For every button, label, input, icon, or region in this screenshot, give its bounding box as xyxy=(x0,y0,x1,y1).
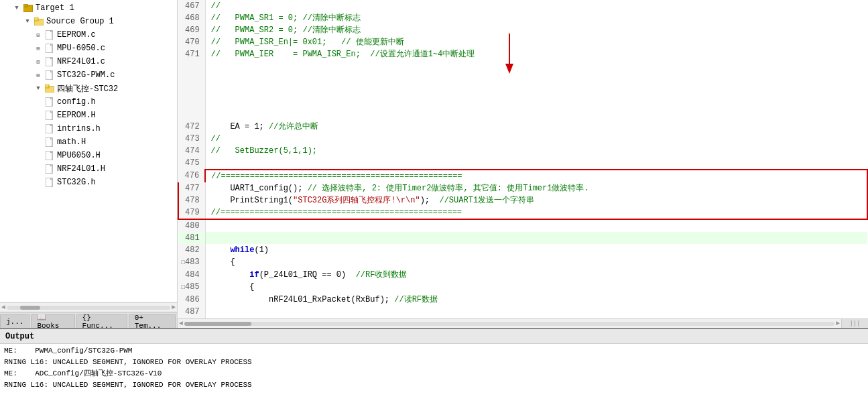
editor-hscroll[interactable]: ◄ ► ||| xyxy=(178,318,868,328)
line-num-482: 482 xyxy=(178,244,205,256)
eeprom-h-label: EEPROM.H xyxy=(57,111,96,120)
scroll-corner: ||| xyxy=(841,319,868,329)
arrow-marker xyxy=(503,34,516,74)
main-area: ▼ Target 1 ▼ Source Group 1 ⊞ xyxy=(0,0,868,328)
doc-icon-nrf24l01-h xyxy=(44,164,55,174)
doc-icon-mpu6050-c xyxy=(44,44,55,53)
line-content-478: PrintString1("STC32G系列四轴飞控程序!\r\n"); //S… xyxy=(205,194,867,206)
doc-icon-stc32g-pwm-c xyxy=(44,70,55,80)
line-num-467: 467 xyxy=(178,0,205,12)
hscroll-track[interactable] xyxy=(7,306,170,310)
sidebar-item-sourcegroup[interactable]: ▼ Source Group 1 xyxy=(0,15,177,28)
line-content-480 xyxy=(205,219,867,232)
sidebar-item-target1[interactable]: ▼ Target 1 xyxy=(0,1,177,15)
config-h-label: config.h xyxy=(57,97,96,107)
table-row: 486 nRF24L01_RxPacket(RxBuf); //读RF数据 xyxy=(178,294,867,306)
doc-icon-eeprom-h xyxy=(44,111,55,120)
sidebar-item-stc32g-pwm-c[interactable]: ⊞ STC32G-PWM.c xyxy=(0,68,177,82)
folder-icon-sg xyxy=(34,17,44,26)
line-content-482: while(1) xyxy=(205,244,867,256)
sourcegroup-label: Source Group 1 xyxy=(46,17,114,26)
output-line-4: RNING L16: UNCALLED SEGMENT, IGNORED FOR… xyxy=(4,379,864,391)
table-row: 477 UART1_config(); // 选择波特率, 2: 使用Timer… xyxy=(178,182,867,194)
output-line-1: ME: PWMA_config/STC32G-PWM xyxy=(4,345,864,357)
tab-j[interactable]: j... xyxy=(0,314,29,328)
quadcopter-folder-label: 四轴飞控-STC32 xyxy=(57,83,118,95)
sidebar: ▼ Target 1 ▼ Source Group 1 ⊞ xyxy=(0,0,178,328)
expand-nrf24l01-c: ⊞ xyxy=(34,57,43,66)
table-row: 484 if(P_24L01_IRQ == 0) //RF收到数据 xyxy=(178,269,867,281)
line-content-481 xyxy=(205,232,867,244)
output-header: Output xyxy=(0,329,868,344)
doc-icon-mpu6050-h xyxy=(44,151,55,160)
table-row: □483 { xyxy=(178,256,867,269)
expand-stc32g-pwm-c: ⊞ xyxy=(34,70,43,80)
line-content-484: if(P_24L01_IRQ == 0) //RF收到数据 xyxy=(205,269,867,281)
sidebar-tabs: j... 📖 Books {} Func... 0+ Tem... xyxy=(0,312,177,328)
svg-rect-1 xyxy=(23,4,27,7)
doc-icon-nrf24l01-c xyxy=(44,57,55,66)
line-num-473: 473 xyxy=(178,133,205,145)
stc32g-h-label: STC32G.h xyxy=(57,178,96,187)
sidebar-item-config-h[interactable]: config.h xyxy=(0,95,177,109)
table-row: 487 xyxy=(178,306,867,318)
sidebar-tree[interactable]: ▼ Target 1 ▼ Source Group 1 ⊞ xyxy=(0,0,177,302)
table-row: 482 while(1) xyxy=(178,244,867,256)
sidebar-item-stc32g-h[interactable]: STC32G.h xyxy=(0,176,177,189)
sidebar-item-mpu6050-c[interactable]: ⊞ MPU-6050.c xyxy=(0,42,177,55)
scroll-right-arrow[interactable]: ► xyxy=(172,304,176,311)
line-num-481: 481 xyxy=(178,232,205,244)
output-content[interactable]: ME: PWMA_config/STC32G-PWM RNING L16: UN… xyxy=(0,344,868,415)
line-content-470: // PWMA_ISR_En|= 0x01; // 使能更新中断 xyxy=(205,36,867,48)
line-content-469: // PWMA_SR2 = 0; //清除中断标志 xyxy=(205,24,867,36)
sidebar-item-intrins-h[interactable]: intrins.h xyxy=(0,122,177,135)
table-row: 480 xyxy=(178,219,867,232)
tab-func[interactable]: {} Func... xyxy=(76,314,127,328)
expand-eeprom-c: ⊞ xyxy=(34,30,43,40)
mpu6050-c-label: MPU-6050.c xyxy=(57,44,105,53)
svg-rect-13 xyxy=(45,84,49,88)
tab-func-label: {} Func... xyxy=(82,314,121,329)
code-container[interactable]: 467 // 468 // PWMA_SR1 = 0; //清除中断标志 469… xyxy=(178,0,868,318)
sidebar-item-eeprom-c[interactable]: ⊞ EEPROM.c xyxy=(0,28,177,42)
line-num-488: 488 xyxy=(178,318,205,318)
tab-tem[interactable]: 0+ Tem... xyxy=(129,314,176,328)
line-num-476: 476 xyxy=(178,170,205,182)
expand-quadcopter: ▼ xyxy=(34,84,43,93)
editor-scroll-track[interactable] xyxy=(184,322,834,326)
doc-icon-intrins-h xyxy=(44,124,55,133)
tab-j-label: j... xyxy=(6,318,23,326)
tab-books-label: 📖 Books xyxy=(37,313,68,328)
scroll-left-arrow[interactable]: ◄ xyxy=(1,304,5,311)
table-row: 472 EA = 1; //允许总中断 xyxy=(178,121,867,133)
sidebar-item-quadcopter-folder[interactable]: ▼ 四轴飞控-STC32 xyxy=(0,82,177,95)
editor-scroll-right[interactable]: ► xyxy=(836,320,840,327)
sidebar-item-math-h[interactable]: math.H xyxy=(0,135,177,149)
line-content-471: // PWMA_IER = PWMA_ISR_En; //设置允许通道1~4中断… xyxy=(205,48,867,121)
sidebar-item-mpu6050-h[interactable]: MPU6050.H xyxy=(0,149,177,162)
sidebar-hscroll[interactable]: ◄ ► xyxy=(0,302,177,312)
table-row: 479 //==================================… xyxy=(178,206,867,219)
sidebar-item-eeprom-h[interactable]: EEPROM.H xyxy=(0,109,177,122)
line-content-486: nRF24L01_RxPacket(RxBuf); //读RF数据 xyxy=(205,294,867,306)
table-row: 473 // xyxy=(178,133,867,145)
editor-scroll-left[interactable]: ◄ xyxy=(179,320,183,327)
target1-label: Target 1 xyxy=(36,3,74,13)
nrf24l01-c-label: NRF24L01.c xyxy=(57,57,105,66)
line-content-485: { xyxy=(205,281,867,294)
line-content-479: //======================================… xyxy=(205,206,867,219)
line-num-485: □485 xyxy=(178,281,205,294)
table-row: 470 // PWMA_ISR_En|= 0x01; // 使能更新中断 xyxy=(178,36,867,48)
nrf24l01-h-label: NRF24L01.H xyxy=(57,164,105,174)
tab-tem-label: 0+ Tem... xyxy=(135,314,170,329)
sidebar-item-nrf24l01-h[interactable]: NRF24L01.H xyxy=(0,162,177,176)
line-num-475: 475 xyxy=(178,157,205,170)
line-num-479: 479 xyxy=(178,206,205,219)
line-num-480: 480 xyxy=(178,219,205,232)
sidebar-item-nrf24l01-c[interactable]: ⊞ NRF24L01.c xyxy=(0,55,177,68)
line-num-469: 469 xyxy=(178,24,205,36)
line-content-488: if(MODBUS_CRC16(RxBuf,20) == 0) //增加CRC校… xyxy=(205,318,867,318)
tab-books[interactable]: 📖 Books xyxy=(31,314,74,328)
line-num-468: 468 xyxy=(178,12,205,24)
table-row: 467 // xyxy=(178,0,867,12)
